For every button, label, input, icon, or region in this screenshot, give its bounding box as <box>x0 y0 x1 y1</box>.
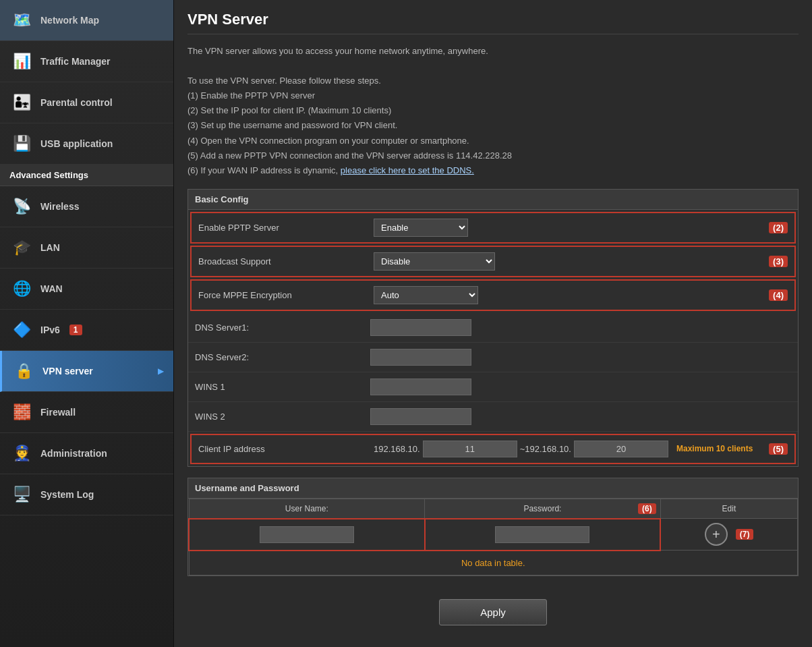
sidebar-item-traffic-manager[interactable]: 📊 Traffic Manager <box>0 41 173 82</box>
enable-pptp-row: Enable PPTP Server Enable Disable (2) <box>190 212 796 244</box>
lan-icon: 🎓 <box>9 235 34 260</box>
no-data-row: No data in table. <box>189 551 798 575</box>
apply-section: Apply <box>187 599 799 625</box>
dns1-row: DNS Server1: <box>188 313 798 343</box>
broadcast-badge: (3) <box>769 256 788 267</box>
advanced-settings-header: Advanced Settings <box>0 165 173 186</box>
enable-pptp-control: Enable Disable <box>374 219 769 237</box>
sidebar-item-system-log[interactable]: 🖥️ System Log <box>0 474 173 515</box>
client-ip-control: 192.168.10. ~192.168.10. Maximum 10 clie… <box>374 441 769 457</box>
mppe-row: Force MPPE Encryption Auto Enable Disabl… <box>190 279 796 311</box>
sidebar-item-label: IPv6 <box>40 325 60 335</box>
client-ip-start-input[interactable] <box>423 441 517 457</box>
up-section-header: Username and Password <box>187 478 799 498</box>
sidebar-item-label: Traffic Manager <box>40 56 110 67</box>
traffic-manager-icon: 📊 <box>9 49 34 74</box>
apply-button[interactable]: Apply <box>439 599 547 625</box>
basic-config-body: Enable PPTP Server Enable Disable (2) Br… <box>187 209 799 467</box>
sidebar-item-label: VPN server <box>42 366 93 376</box>
sidebar-item-label: Parental control <box>40 97 113 108</box>
up-section-body: User Name: Password: (6) Edit <box>187 498 799 576</box>
password-col-header: Password: (6) <box>425 499 661 519</box>
sidebar-item-wan[interactable]: 🌐 WAN <box>0 269 173 310</box>
client-ip-end-input[interactable] <box>574 441 668 457</box>
broadcast-label: Broadcast Support <box>198 256 374 266</box>
enable-pptp-select[interactable]: Enable Disable <box>374 219 468 237</box>
password-input[interactable] <box>495 526 589 543</box>
description: The VPN server allows you to access your… <box>187 44 799 178</box>
wins1-row: WINS 1 <box>188 372 798 402</box>
wireless-icon: 📡 <box>9 194 34 219</box>
username-col-header: User Name: <box>189 499 425 519</box>
broadcast-control: Disable Enable <box>374 252 769 271</box>
sidebar-item-administration[interactable]: 👮 Administration <box>0 433 173 474</box>
wins1-label: WINS 1 <box>195 382 370 392</box>
sidebar-item-firewall[interactable]: 🧱 Firewall <box>0 392 173 433</box>
ipv6-badge: 1 <box>69 325 82 335</box>
mppe-label: Force MPPE Encryption <box>198 290 374 300</box>
sidebar-item-usb-application[interactable]: 💾 USB application <box>0 123 173 165</box>
wins1-control <box>370 378 791 395</box>
administration-icon: 👮 <box>9 441 34 466</box>
client-ip-row: Client IP address 192.168.10. ~192.168.1… <box>190 434 796 464</box>
sidebar-item-ipv6[interactable]: 🔷 IPv6 1 <box>0 310 173 351</box>
sidebar-item-parental-control[interactable]: 👨‍👧 Parental control <box>0 82 173 123</box>
username-input[interactable] <box>260 526 354 543</box>
ip-tilde: ~192.168.10. <box>520 444 571 454</box>
system-log-icon: 🖥️ <box>9 482 34 507</box>
parental-control-icon: 👨‍👧 <box>9 90 34 115</box>
dns2-control <box>370 349 791 366</box>
wins2-label: WINS 2 <box>195 412 370 422</box>
usb-application-icon: 💾 <box>9 132 34 156</box>
sidebar-item-label: LAN <box>40 242 60 253</box>
wins2-input[interactable] <box>370 408 471 425</box>
dns2-label: DNS Server2: <box>195 352 370 362</box>
entry-row: + (7) <box>189 519 798 551</box>
wins1-input[interactable] <box>370 378 471 395</box>
sidebar-item-label: Administration <box>40 448 107 459</box>
wan-icon: 🌐 <box>9 277 34 301</box>
max-clients-label: Maximum 10 clients <box>676 444 753 453</box>
sidebar-item-label: WAN <box>40 283 63 294</box>
mppe-select[interactable]: Auto Enable Disable <box>374 286 478 304</box>
username-cell <box>189 519 425 551</box>
basic-config-header: Basic Config <box>187 189 799 209</box>
dns1-label: DNS Server1: <box>195 322 370 333</box>
sidebar-item-network-map[interactable]: 🗺️ Network Map <box>0 0 173 41</box>
password-cell <box>425 519 661 551</box>
dns1-input[interactable] <box>370 319 471 336</box>
sidebar-item-label: Network Map <box>40 15 99 26</box>
ddns-link[interactable]: please click here to set the DDNS. <box>341 165 474 175</box>
sidebar-item-label: USB application <box>40 138 113 149</box>
page-title: VPN Server <box>187 11 799 34</box>
broadcast-select[interactable]: Disable Enable <box>374 252 495 271</box>
client-ip-badge: (5) <box>769 443 788 455</box>
no-data-cell: No data in table. <box>189 551 798 575</box>
sidebar: 🗺️ Network Map 📊 Traffic Manager 👨‍👧 Par… <box>0 0 174 647</box>
up-table: User Name: Password: (6) Edit <box>188 499 798 575</box>
client-ip-label: Client IP address <box>198 444 374 454</box>
username-password-section: Username and Password User Name: Passwor… <box>187 478 799 576</box>
dns1-control <box>370 319 791 336</box>
vpn-server-icon: 🔒 <box>11 359 36 383</box>
sidebar-item-wireless[interactable]: 📡 Wireless <box>0 186 173 227</box>
sidebar-item-vpn-server[interactable]: 🔒 VPN server <box>0 351 173 392</box>
enable-pptp-label: Enable PPTP Server <box>198 223 374 233</box>
mppe-control: Auto Enable Disable <box>374 286 769 304</box>
sidebar-item-label: System Log <box>40 489 94 500</box>
badge-7: (7) <box>736 529 754 540</box>
firewall-icon: 🧱 <box>9 400 34 424</box>
basic-config-section: Basic Config Enable PPTP Server Enable D… <box>187 189 799 467</box>
sidebar-item-label: Wireless <box>40 201 79 212</box>
sidebar-item-lan[interactable]: 🎓 LAN <box>0 227 173 269</box>
network-map-icon: 🗺️ <box>9 8 34 32</box>
main-content: VPN Server The VPN server allows you to … <box>174 0 812 647</box>
ipv6-icon: 🔷 <box>9 318 34 342</box>
mppe-badge: (4) <box>769 289 788 301</box>
add-user-button[interactable]: + <box>705 523 728 546</box>
dns2-input[interactable] <box>370 349 471 366</box>
edit-col-header: Edit <box>660 499 797 519</box>
sidebar-item-label: Firewall <box>40 407 76 418</box>
wins2-control <box>370 408 791 425</box>
wins2-row: WINS 2 <box>188 402 798 432</box>
